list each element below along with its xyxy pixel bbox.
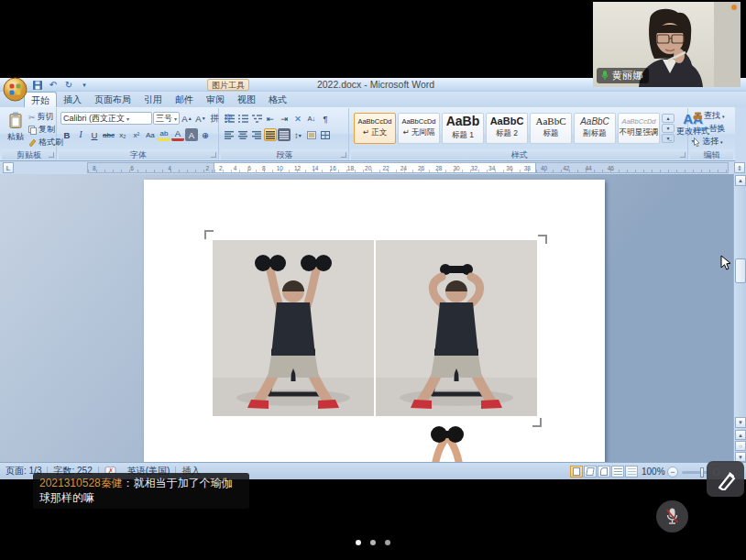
save-button[interactable] <box>31 79 44 91</box>
clipboard-dialog-launcher[interactable] <box>49 152 54 158</box>
horizontal-ruler[interactable]: 8642 2468101214161820222426283032343638 … <box>87 162 729 173</box>
tab-page-layout[interactable]: 页面布局 <box>88 92 137 107</box>
scroll-down-arrow[interactable]: ▼ <box>735 417 746 428</box>
exercise-photo-behind-head[interactable] <box>376 240 537 416</box>
office-logo-icon <box>3 77 27 102</box>
qat-dropdown-icon[interactable]: ▾ <box>78 79 91 91</box>
tab-insert[interactable]: 插入 <box>57 92 88 107</box>
document-page[interactable] <box>144 180 605 462</box>
asian-layout-button[interactable]: ✕ <box>291 112 304 125</box>
crop-handle-top-right[interactable] <box>538 235 547 244</box>
zoom-level[interactable]: 100% <box>642 467 665 477</box>
sort-button[interactable]: A↓ <box>305 112 318 125</box>
undo-button[interactable]: ↶ <box>47 79 60 91</box>
show-marks-button[interactable]: ¶ <box>319 112 332 125</box>
align-left-button[interactable] <box>223 128 236 141</box>
strikethrough-button[interactable]: abc <box>102 128 115 141</box>
browse-object-button[interactable]: ○ <box>735 441 746 451</box>
underline-button[interactable]: U <box>88 128 101 141</box>
style-subtle-emphasis[interactable]: AaBbCcDd 不明显强调 <box>618 113 660 144</box>
font-size-combo[interactable]: 三号▾ <box>153 112 180 125</box>
page-indicator-dots[interactable] <box>356 540 390 545</box>
character-shading-button[interactable]: A <box>185 128 198 141</box>
subscript-button[interactable]: x₂ <box>116 128 129 141</box>
vertical-scrollbar[interactable]: ▲ ▼ ▲ ○ ▼ <box>733 174 746 462</box>
text-highlight-button[interactable]: ab <box>158 128 170 141</box>
tab-view[interactable]: 视图 <box>231 92 262 107</box>
paste-button[interactable]: 粘贴 <box>5 111 27 149</box>
bullets-button[interactable] <box>223 112 236 125</box>
microphone-muted-button[interactable] <box>656 500 688 533</box>
fullscreen-reading-view-button[interactable] <box>584 466 597 478</box>
replace-button[interactable]: ab⇄替换 <box>693 123 726 135</box>
print-layout-view-button[interactable] <box>570 466 583 478</box>
numbering-button[interactable] <box>236 112 249 125</box>
outline-view-button[interactable] <box>611 466 624 478</box>
shrink-font-button[interactable]: A▼ <box>194 112 207 125</box>
draft-view-button[interactable] <box>625 466 638 478</box>
styles-scroll-up[interactable]: ▲ <box>662 114 675 123</box>
style-title[interactable]: AaBbC 标题 <box>530 113 572 144</box>
style-heading-2[interactable]: AaBbC 标题 2 <box>486 113 528 144</box>
enclose-character-button[interactable]: ⊕ <box>199 128 212 141</box>
increase-indent-button[interactable]: ⇥ <box>278 112 291 125</box>
superscript-button[interactable]: x² <box>130 128 143 141</box>
zoom-out-button[interactable]: − <box>667 467 678 478</box>
tab-references[interactable]: 引用 <box>137 92 169 107</box>
styles-more-button[interactable]: ▼̲ <box>662 134 675 143</box>
annotation-tool-button[interactable] <box>707 461 744 497</box>
exercise-photo-partial[interactable] <box>414 423 480 462</box>
align-right-button[interactable] <box>250 128 263 141</box>
line-spacing-button[interactable]: ↕▾ <box>291 128 304 141</box>
decrease-indent-button[interactable]: ⇤ <box>264 112 277 125</box>
tab-mailings[interactable]: 邮件 <box>169 92 200 107</box>
redo-button[interactable]: ↻ <box>62 79 75 91</box>
scissors-icon: ✂ <box>28 113 36 122</box>
presenter-name-badge: 黄丽娜 <box>597 68 649 83</box>
style-heading-1[interactable]: AaBb 标题 1 <box>442 113 484 144</box>
office-button[interactable] <box>3 77 27 102</box>
pinyin-guide-button[interactable]: 拼 <box>208 112 221 125</box>
style-normal[interactable]: AaBbCcDd ↵ 正文 <box>354 113 396 144</box>
font-dialog-launcher[interactable] <box>211 152 216 158</box>
font-color-button[interactable]: A <box>171 128 184 141</box>
align-center-button[interactable] <box>236 128 249 141</box>
grow-font-button[interactable]: A▲ <box>181 112 193 125</box>
styles-dialog-launcher[interactable] <box>680 152 686 158</box>
scrollbar-thumb[interactable] <box>735 258 746 283</box>
mic-on-icon <box>601 71 609 81</box>
distribute-button[interactable] <box>264 128 277 141</box>
find-button[interactable]: 查找▾ <box>693 110 726 122</box>
italic-button[interactable]: I <box>74 128 87 141</box>
paragraph-dialog-launcher[interactable] <box>341 152 346 158</box>
webcam-video[interactable]: 黄丽娜 <box>593 2 741 87</box>
previous-page-button[interactable]: ▲ <box>735 430 746 440</box>
zoom-slider-thumb[interactable] <box>700 467 704 478</box>
style-subtitle[interactable]: AaBbC 副标题 <box>574 113 616 144</box>
crop-handle-bottom-right[interactable] <box>532 418 542 427</box>
justify-button[interactable] <box>278 128 291 141</box>
exercise-photo-press-up[interactable] <box>213 240 374 416</box>
tab-review[interactable]: 审阅 <box>200 92 231 107</box>
tab-home[interactable]: 开始 <box>24 92 57 107</box>
dot-2[interactable] <box>370 540 376 545</box>
font-name-combo[interactable]: Calibri (西文正文▾ <box>60 112 152 125</box>
multilevel-list-button[interactable] <box>250 112 263 125</box>
dot-3[interactable] <box>385 540 390 545</box>
distributed-icon <box>280 131 289 139</box>
bold-button[interactable]: B <box>60 128 73 141</box>
ruler-text-area: 2468101214161820222426283032343638 <box>214 163 536 172</box>
web-layout-view-button[interactable] <box>598 466 610 478</box>
styles-scroll-down[interactable]: ▼ <box>662 124 675 133</box>
style-no-spacing[interactable]: AaBbCcDd ↵ 无间隔 <box>398 113 440 144</box>
crop-handle-top-left[interactable] <box>204 230 214 239</box>
borders-button[interactable] <box>319 128 332 141</box>
ruler-toggle-button[interactable]: ⇕ <box>734 162 745 173</box>
select-button[interactable]: 选择▾ <box>693 136 726 148</box>
scroll-up-arrow[interactable]: ▲ <box>735 175 746 186</box>
dot-1[interactable] <box>356 540 361 545</box>
shading-button[interactable] <box>305 128 318 141</box>
tab-stop-selector[interactable]: L <box>3 162 14 173</box>
change-case-aa-button[interactable]: Aa <box>144 128 157 141</box>
tab-format[interactable]: 格式 <box>262 92 293 107</box>
